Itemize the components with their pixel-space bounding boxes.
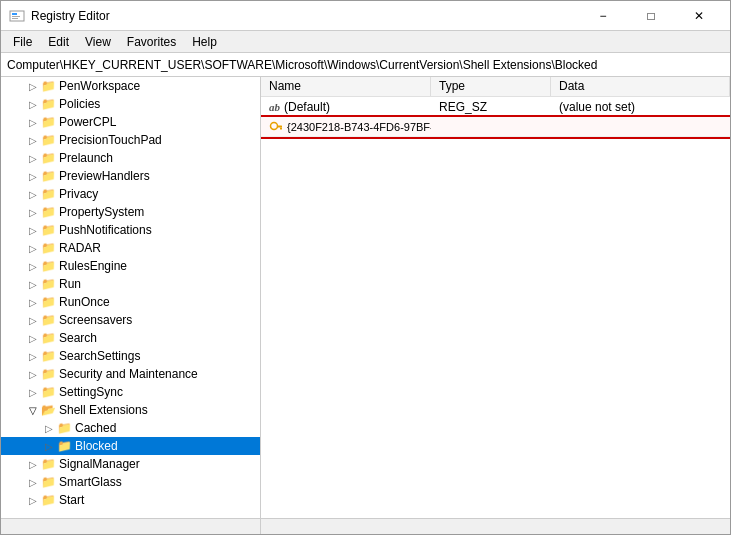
tree-label: RunOnce — [59, 295, 110, 309]
expand-icon: ▷ — [25, 189, 41, 200]
tree-hscrollbar[interactable] — [1, 518, 260, 534]
tree-item-searchsettings[interactable]: ▷ 📁 SearchSettings — [1, 347, 260, 365]
reg-type-guid — [431, 126, 551, 128]
folder-icon: 📁 — [41, 133, 56, 147]
tree-item-runonce[interactable]: ▷ 📁 RunOnce — [1, 293, 260, 311]
tree-item-securitymaintenance[interactable]: ▷ 📁 Security and Maintenance — [1, 365, 260, 383]
title-bar: Registry Editor − □ ✕ — [1, 1, 730, 31]
tree-label: Blocked — [75, 439, 118, 453]
tree-label: Security and Maintenance — [59, 367, 198, 381]
tree-item-blocked[interactable]: ▷ 📁 Blocked — [1, 437, 260, 455]
folder-icon: 📁 — [41, 313, 56, 327]
right-panel: Name Type Data ab (Default) REG_SZ (valu… — [261, 77, 730, 534]
tree-item-pushnotifications[interactable]: ▷ 📁 PushNotifications — [1, 221, 260, 239]
tree-item-cached[interactable]: ▷ 📁 Cached — [1, 419, 260, 437]
svg-rect-6 — [280, 127, 282, 129]
tree-item-precisiontouchpad[interactable]: ▷ 📁 PrecisionTouchPad — [1, 131, 260, 149]
title-buttons: − □ ✕ — [580, 1, 722, 31]
expand-icon: ▷ — [25, 333, 41, 344]
tree-label: PenWorkspace — [59, 79, 140, 93]
tree-label: RulesEngine — [59, 259, 127, 273]
expand-icon: ▷ — [25, 279, 41, 290]
tree-label: PreviewHandlers — [59, 169, 150, 183]
tree-item-smartglass[interactable]: ▷ 📁 SmartGlass — [1, 473, 260, 491]
tree-item-privacy[interactable]: ▷ 📁 Privacy — [1, 185, 260, 203]
expand-icon: ▷ — [25, 207, 41, 218]
menu-view[interactable]: View — [77, 33, 119, 51]
registry-row-default[interactable]: ab (Default) REG_SZ (value not set) — [261, 97, 730, 117]
tree-item-propertysystem[interactable]: ▷ 📁 PropertySystem — [1, 203, 260, 221]
tree-label: Cached — [75, 421, 116, 435]
folder-icon: 📁 — [41, 493, 56, 507]
tree-label: SignalManager — [59, 457, 140, 471]
tree-item-shellextensions[interactable]: ▽ 📂 Shell Extensions — [1, 401, 260, 419]
address-bar: Computer\HKEY_CURRENT_USER\SOFTWARE\Micr… — [1, 53, 730, 77]
tree-item-screensavers[interactable]: ▷ 📁 Screensavers — [1, 311, 260, 329]
folder-icon: 📁 — [57, 421, 72, 435]
tree-item-run[interactable]: ▷ 📁 Run — [1, 275, 260, 293]
folder-icon: 📁 — [41, 187, 56, 201]
folder-icon: 📁 — [41, 367, 56, 381]
tree-label: SettingSync — [59, 385, 123, 399]
menu-file[interactable]: File — [5, 33, 40, 51]
svg-point-4 — [271, 122, 278, 129]
expand-icon: ▷ — [41, 423, 57, 434]
col-header-data: Data — [551, 77, 730, 96]
expand-icon: ▷ — [25, 261, 41, 272]
tree-label: Privacy — [59, 187, 98, 201]
expand-icon: ▷ — [25, 171, 41, 182]
expand-icon: ▷ — [25, 243, 41, 254]
expand-icon: ▷ — [25, 81, 41, 92]
tree-label: RADAR — [59, 241, 101, 255]
expand-icon: ▷ — [25, 153, 41, 164]
menu-help[interactable]: Help — [184, 33, 225, 51]
folder-icon: 📁 — [41, 457, 56, 471]
menu-edit[interactable]: Edit — [40, 33, 77, 51]
expand-icon: ▷ — [25, 369, 41, 380]
svg-rect-5 — [277, 125, 282, 127]
tree-label: Shell Extensions — [59, 403, 148, 417]
menu-favorites[interactable]: Favorites — [119, 33, 184, 51]
folder-icon: 📁 — [41, 295, 56, 309]
tree-item-previewhandlers[interactable]: ▷ 📁 PreviewHandlers — [1, 167, 260, 185]
tree-item-search[interactable]: ▷ 📁 Search — [1, 329, 260, 347]
tree-item-signalmanager[interactable]: ▷ 📁 SignalManager — [1, 455, 260, 473]
folder-icon: 📁 — [41, 475, 56, 489]
window-title: Registry Editor — [31, 9, 110, 23]
expand-icon: ▷ — [25, 387, 41, 398]
minimize-button[interactable]: − — [580, 1, 626, 31]
tree-item-prelaunch[interactable]: ▷ 📁 Prelaunch — [1, 149, 260, 167]
folder-icon: 📁 — [41, 79, 56, 93]
tree-item-policies[interactable]: ▷ 📁 Policies — [1, 95, 260, 113]
tree-label: SmartGlass — [59, 475, 122, 489]
folder-icon: 📁 — [41, 331, 56, 345]
tree-item-radar[interactable]: ▷ 📁 RADAR — [1, 239, 260, 257]
maximize-button[interactable]: □ — [628, 1, 674, 31]
tree-item-penworkspace[interactable]: ▷ 📁 PenWorkspace — [1, 77, 260, 95]
registry-row-guid[interactable]: {2430F218-B743-4FD6-97BF-5C76541B4AE9} — [261, 117, 730, 137]
expand-icon: ▷ — [25, 297, 41, 308]
tree-item-rulesengine[interactable]: ▷ 📁 RulesEngine — [1, 257, 260, 275]
svg-rect-2 — [12, 16, 20, 17]
folder-icon: 📁 — [41, 277, 56, 291]
tree-label: PowerCPL — [59, 115, 116, 129]
tree-label: PrecisionTouchPad — [59, 133, 162, 147]
folder-icon: 📁 — [41, 349, 56, 363]
expand-icon: ▷ — [25, 351, 41, 362]
expand-icon: ▷ — [41, 441, 57, 452]
col-header-type: Type — [431, 77, 551, 96]
tree-label: PushNotifications — [59, 223, 152, 237]
expand-icon: ▷ — [25, 495, 41, 506]
folder-icon: 📁 — [41, 169, 56, 183]
folder-icon: 📁 — [41, 115, 56, 129]
right-hscrollbar[interactable] — [261, 518, 730, 534]
reg-data-default: (value not set) — [551, 99, 730, 115]
tree-item-powercpl[interactable]: ▷ 📁 PowerCPL — [1, 113, 260, 131]
tree-item-start[interactable]: ▷ 📁 Start — [1, 491, 260, 509]
tree-scroll[interactable]: ▷ 📁 PenWorkspace ▷ 📁 Policies ▷ 📁 PowerC… — [1, 77, 260, 518]
reg-name-default: ab (Default) — [261, 99, 431, 115]
close-button[interactable]: ✕ — [676, 1, 722, 31]
tree-item-settingsync[interactable]: ▷ 📁 SettingSync — [1, 383, 260, 401]
tree-label: Prelaunch — [59, 151, 113, 165]
svg-rect-3 — [12, 18, 18, 19]
